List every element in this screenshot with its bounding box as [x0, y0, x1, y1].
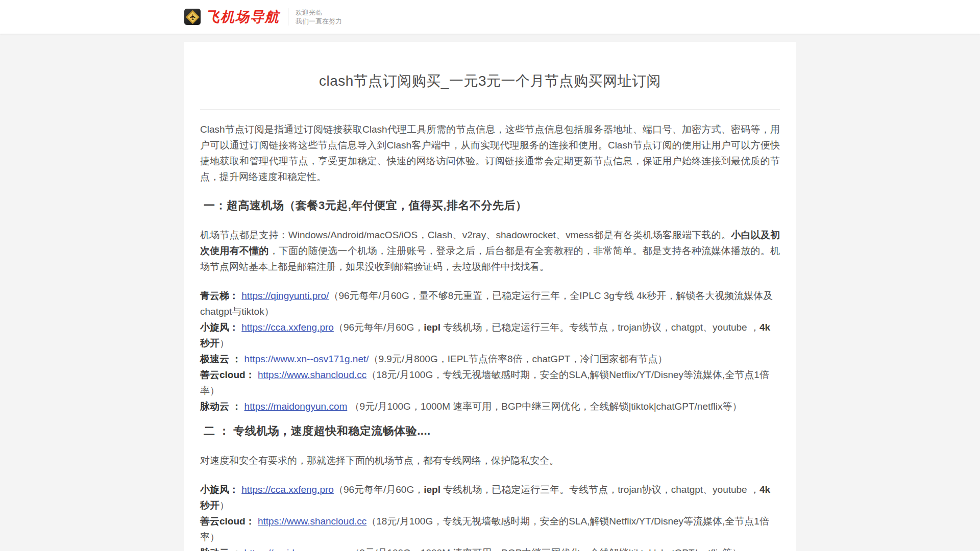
section1-paragraph: 机场节点都是支持：Windows/Android/macOS/iOS，Clash…	[200, 227, 780, 274]
airport-url-link[interactable]: https://cca.xxfeng.pro	[241, 484, 334, 495]
airport-url-link[interactable]: https://www.xn--osv171g.net/	[244, 354, 369, 364]
airport-name-label: 极速云 ：	[200, 354, 241, 364]
airport-link-row: 小旋风： https://cca.xxfeng.pro（96元每年/月60G，i…	[200, 319, 780, 351]
airport-name-label: 脉动云 ：	[200, 547, 241, 551]
header-divider	[288, 8, 288, 26]
section2-heading: 二 ： 专线机场，速度超快和稳定流畅体验....	[200, 423, 780, 439]
airplane-glyph-icon: ✈	[188, 14, 196, 20]
airport-link-row: 极速云 ： https://www.xn--osv171g.net/（9.9元/…	[200, 351, 780, 367]
site-name: 飞机场导航	[206, 8, 280, 26]
airport-link-row: 脉动云 ： https://maidongyun.com （9元/月100G，1…	[200, 545, 780, 551]
site-slogan: 欢迎光临 我们一直在努力	[296, 8, 342, 26]
airport-name-label: 小旋风：	[200, 322, 239, 333]
title-divider	[200, 109, 780, 110]
airplane-logo-icon: ✈	[184, 9, 201, 25]
airport-link-row: 青云梯： https://qingyunti.pro/（96元每年/月60G，量…	[200, 288, 780, 319]
header-inner: ✈ 飞机场导航 欢迎光临 我们一直在努力	[184, 0, 796, 34]
airport-description: （9元/月100G，1000M 速率可用，BGP中继三网优化，全线解锁|tikt…	[347, 401, 742, 412]
airport-name-label: 善云cloud：	[200, 369, 255, 380]
airport-url-link[interactable]: https://maidongyun.com	[244, 547, 348, 551]
airport-description: （9元/月100G，1000M 速率可用，BGP中继三网优化，全线解锁|tikt…	[347, 547, 742, 551]
airport-name-label: 脉动云 ：	[200, 401, 241, 412]
page-title: clash节点订阅购买_一元3元一个月节点购买网址订阅	[200, 71, 780, 91]
airport-name-label: 青云梯：	[200, 290, 239, 301]
airport-link-row: 善云cloud： https://www.shancloud.cc（18元/月1…	[200, 367, 780, 398]
airport-url-link[interactable]: https://www.shancloud.cc	[258, 516, 366, 527]
airport-url-link[interactable]: https://www.shancloud.cc	[258, 369, 366, 380]
site-logo[interactable]: ✈ 飞机场导航	[184, 8, 280, 26]
airport-list-2: 小旋风： https://cca.xxfeng.pro（96元每年/月60G，i…	[200, 482, 780, 551]
airport-url-link[interactable]: https://maidongyun.com	[244, 401, 348, 412]
airport-link-row: 脉动云 ： https://maidongyun.com （9元/月100G，1…	[200, 398, 780, 414]
section2-paragraph: 对速度和安全有要求的，那就选择下面的机场节点，都有专线网络，保护隐私安全。	[200, 453, 780, 468]
airport-link-row: 善云cloud： https://www.shancloud.cc（18元/月1…	[200, 513, 780, 545]
airport-link-row: 小旋风： https://cca.xxfeng.pro（96元每年/月60G，i…	[200, 482, 780, 513]
airport-name-label: 善云cloud：	[200, 516, 255, 527]
section1-heading: 一：超高速机场（套餐3元起,年付便宜，值得买,排名不分先后）	[200, 198, 780, 213]
article-card: clash节点订阅购买_一元3元一个月节点购买网址订阅 Clash节点订阅是指通…	[184, 42, 796, 551]
airport-description: （9.9元/月800G，IEPL节点倍率8倍，chatGPT，冷门国家都有节点）	[369, 354, 668, 364]
slogan-line-1: 欢迎光临	[296, 8, 342, 17]
airport-url-link[interactable]: https://qingyunti.pro/	[241, 290, 329, 301]
site-header: ✈ 飞机场导航 欢迎光临 我们一直在努力	[0, 0, 980, 34]
airport-name-label: 小旋风：	[200, 484, 239, 495]
airport-url-link[interactable]: https://cca.xxfeng.pro	[241, 322, 334, 333]
slogan-line-2: 我们一直在努力	[296, 17, 342, 26]
airport-list-1: 青云梯： https://qingyunti.pro/（96元每年/月60G，量…	[200, 288, 780, 414]
intro-paragraph: Clash节点订阅是指通过订阅链接获取Clash代理工具所需的节点信息，这些节点…	[200, 121, 780, 185]
